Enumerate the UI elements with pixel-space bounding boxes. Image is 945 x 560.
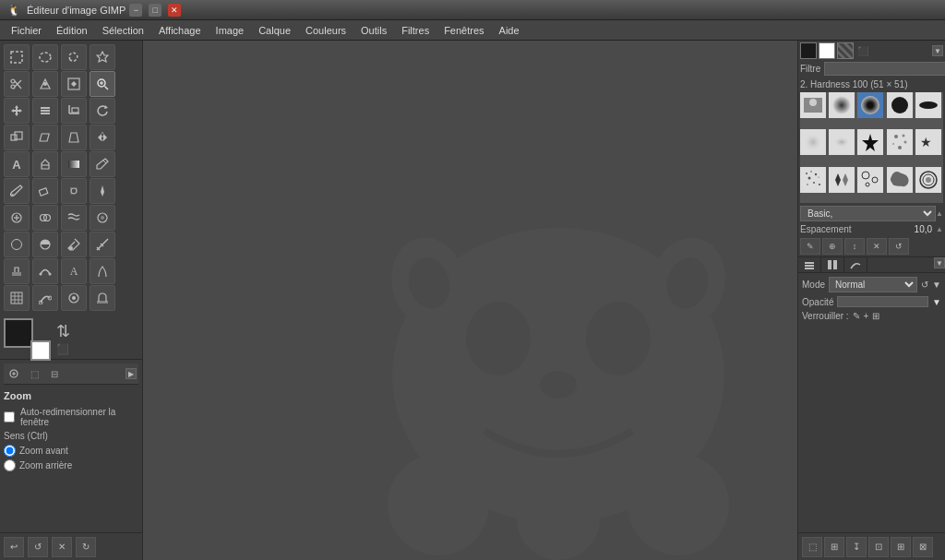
extra2-tool[interactable]	[32, 258, 58, 284]
swap-colors-icon[interactable]: ⇅	[56, 321, 70, 341]
brush-cell-13[interactable]	[857, 167, 883, 193]
brush-scroll-up[interactable]: ▲	[936, 209, 943, 218]
clone-tool[interactable]	[32, 205, 58, 231]
extra6-tool[interactable]	[90, 285, 115, 311]
crop-tool[interactable]	[61, 98, 87, 124]
airbrush-tool[interactable]	[61, 178, 87, 204]
brush-cell-1[interactable]	[800, 92, 826, 118]
brush-cell-6[interactable]	[800, 129, 826, 155]
brush-cell-14[interactable]	[887, 167, 913, 193]
menu-item-filtres[interactable]: Filtres	[394, 23, 437, 38]
tab-channels[interactable]	[821, 257, 844, 272]
brush-cell-3[interactable]	[857, 92, 883, 118]
extra1-tool[interactable]	[4, 258, 30, 284]
right-status-btn-2[interactable]: ⊞	[824, 537, 844, 557]
mode-arrow-icon[interactable]: ▼	[932, 280, 941, 290]
rect-select-tool[interactable]	[4, 44, 30, 70]
grid-tool[interactable]	[4, 285, 30, 311]
pencil-tool[interactable]	[90, 151, 115, 177]
panel-collapse-button[interactable]: ▶	[126, 368, 137, 379]
brush-copy-btn[interactable]: ↕	[844, 238, 865, 255]
menu-item-aide[interactable]: Aide	[492, 23, 527, 38]
shear-tool[interactable]	[32, 125, 58, 150]
menu-item-slection[interactable]: Sélection	[95, 23, 151, 38]
lasso-tool[interactable]	[61, 44, 87, 70]
align-tool[interactable]	[32, 98, 58, 124]
measure-tool[interactable]	[90, 232, 115, 257]
status-btn-3[interactable]: ✕	[52, 537, 72, 557]
fg-select-tool[interactable]	[32, 71, 58, 97]
menu-item-fentres[interactable]: Fenêtres	[437, 23, 491, 38]
zoom-out-radio[interactable]	[4, 459, 16, 471]
heal-tool[interactable]	[4, 205, 30, 231]
ink-tool[interactable]	[90, 178, 115, 204]
right-status-btn-3[interactable]: ↧	[846, 537, 867, 557]
pattern-swatch[interactable]	[837, 42, 854, 59]
menu-item-couleurs[interactable]: Couleurs	[298, 23, 353, 38]
close-button[interactable]: ✕	[168, 4, 181, 17]
status-btn-1[interactable]: ↩	[4, 537, 24, 557]
menu-item-calque[interactable]: Calque	[251, 23, 298, 38]
opacity-arrow[interactable]: ▼	[932, 297, 941, 307]
menu-item-outils[interactable]: Outils	[353, 23, 394, 38]
menu-item-affichage[interactable]: Affichage	[151, 23, 209, 38]
lock-all-icon[interactable]: ⊞	[872, 311, 879, 321]
maximize-button[interactable]: □	[149, 4, 161, 17]
color-selector[interactable]	[4, 318, 45, 355]
right-status-btn-6[interactable]: ⊠	[913, 537, 933, 557]
brush-edit-btn[interactable]: ✎	[800, 238, 820, 255]
flip-tool[interactable]	[90, 125, 115, 150]
color-select-tool[interactable]	[61, 71, 87, 97]
ellipse-select-tool[interactable]	[32, 44, 58, 70]
reset-colors-icon[interactable]: ⬛	[56, 343, 70, 355]
blend-tool[interactable]	[61, 151, 87, 177]
brush-name-select[interactable]: Basic,	[800, 206, 936, 221]
foreground-color[interactable]	[4, 318, 33, 348]
brush-cell-10[interactable]: ★	[915, 129, 941, 155]
rotate-tool[interactable]	[90, 98, 115, 124]
eraser-tool[interactable]	[32, 178, 58, 204]
desaturate-tool[interactable]	[32, 232, 58, 257]
right-status-btn-1[interactable]: ⬚	[802, 537, 822, 557]
extra4-tool[interactable]	[90, 258, 115, 284]
brush-cell-5[interactable]	[915, 92, 941, 118]
spacing-arrow[interactable]: ▲	[936, 225, 943, 233]
brush-cell-15[interactable]	[915, 167, 941, 193]
paths-tool[interactable]	[32, 285, 58, 311]
bucket-fill-tool[interactable]	[32, 151, 58, 177]
mode-reset-icon[interactable]: ↺	[921, 280, 928, 290]
paintbrush-tool[interactable]	[4, 178, 30, 204]
menu-item-fichier[interactable]: Fichier	[4, 23, 49, 38]
extra5-tool[interactable]	[61, 285, 87, 311]
convolve-tool[interactable]	[90, 205, 115, 231]
scale-tool[interactable]	[4, 125, 30, 150]
extra3-tool[interactable]: A	[61, 258, 87, 284]
background-color[interactable]	[30, 340, 51, 361]
lock-paint-icon[interactable]: ✎	[853, 311, 860, 321]
tab-paths[interactable]	[844, 257, 867, 272]
right-status-btn-5[interactable]: ⊞	[891, 537, 911, 557]
brush-cell-4[interactable]	[887, 92, 913, 118]
brush-cell-11[interactable]	[800, 167, 826, 193]
text-tool[interactable]: A	[4, 151, 30, 177]
brush-cell-8[interactable]	[857, 129, 883, 155]
filter-input[interactable]	[824, 62, 945, 76]
mode-select[interactable]: Normal	[829, 277, 917, 292]
brush-add-btn[interactable]: ⊕	[822, 238, 843, 255]
tab-layers[interactable]	[798, 257, 821, 272]
scissors-tool[interactable]	[4, 71, 30, 97]
zoom-tool[interactable]	[90, 71, 115, 97]
dodge-burn-tool[interactable]	[4, 232, 30, 257]
menu-item-image[interactable]: Image	[209, 23, 252, 38]
status-btn-2[interactable]: ↺	[28, 537, 48, 557]
move-tool[interactable]	[4, 98, 30, 124]
brush-cell-12[interactable]	[829, 167, 855, 193]
perspective-tool[interactable]	[61, 125, 87, 150]
smudge-tool[interactable]	[61, 205, 87, 231]
brush-refresh-btn[interactable]: ↺	[889, 238, 909, 255]
minimize-button[interactable]: −	[129, 4, 142, 17]
lock-position-icon[interactable]: +	[864, 311, 869, 321]
brush-cell-7[interactable]	[829, 129, 855, 155]
auto-resize-checkbox[interactable]	[4, 411, 15, 423]
zoom-in-radio[interactable]	[4, 445, 16, 457]
